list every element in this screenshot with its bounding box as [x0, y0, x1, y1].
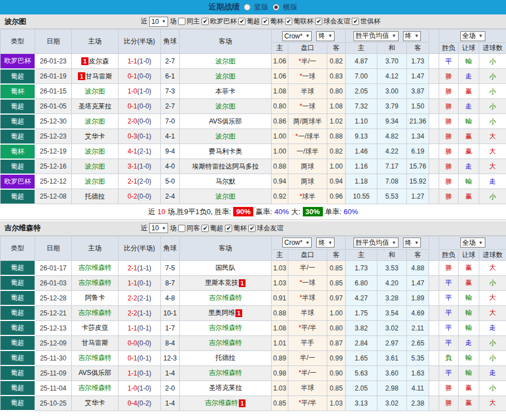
wdl-time-select[interactable]: 终▼ — [403, 238, 421, 248]
team-link[interactable]: 托德拉 — [215, 354, 235, 362]
checkbox-checked-icon[interactable]: ✔ — [202, 18, 209, 25]
league-filter[interactable]: ✔葡联杯 — [285, 17, 313, 26]
odds-source-select[interactable]: Crow*▼ — [282, 238, 312, 248]
checkbox-checked-icon[interactable]: ✔ — [315, 18, 322, 25]
match-count-select[interactable]: 10▼ — [149, 17, 168, 27]
porto-summary: 近10场,胜9平1负0, 胜率: 90% 赢率:40% 大: 30% 单率:60… — [0, 205, 506, 219]
odds-time-select[interactable]: 终▼ — [316, 238, 335, 248]
team-link[interactable]: 里斯本竞技 — [205, 279, 238, 286]
team-link[interactable]: 吉尔维森特 — [209, 294, 242, 302]
team-link[interactable]: 吉尔维森特 — [78, 384, 112, 392]
team-link[interactable]: 甘马雷斯 — [82, 339, 109, 347]
radio-vertical-label[interactable]: 竖版 — [254, 2, 269, 12]
gap-cell — [429, 159, 439, 174]
league-filter[interactable]: ✔葡杯 — [225, 224, 247, 233]
team-link[interactable]: AVS俱乐部 — [78, 369, 111, 377]
team-link[interactable]: 费马利卡奥 — [209, 147, 242, 155]
team-link[interactable]: 吉尔维森特 — [78, 354, 112, 362]
league-filter[interactable]: ✔葡超 — [202, 224, 223, 233]
gap-cell — [429, 54, 439, 69]
halftime-score: (0-1) — [137, 324, 151, 332]
team-link[interactable]: 托德拉 — [85, 192, 105, 200]
team-link[interactable]: AVS俱乐部 — [209, 117, 242, 125]
odds-time-select[interactable]: 终▼ — [316, 31, 335, 41]
team-link[interactable]: 吉尔维森特 — [205, 399, 238, 407]
league-filter[interactable]: ✔葡杯 — [262, 17, 283, 26]
odds-source-select[interactable]: Crow*▼ — [282, 31, 312, 41]
fulltime-score: 0-1 — [127, 102, 137, 110]
league-filter[interactable]: ✔葡超 — [238, 17, 260, 26]
team-link[interactable]: 圣塔克莱拉 — [209, 384, 242, 392]
radio-vertical[interactable] — [244, 4, 250, 11]
team-link[interactable]: 波尔图 — [85, 147, 105, 155]
mean-draw: 3.02 — [377, 396, 407, 411]
team-link[interactable]: 波尔图 — [215, 72, 235, 80]
team-link[interactable]: 波尔图 — [85, 117, 105, 125]
team-link[interactable]: 波尔图 — [215, 132, 235, 140]
league-badge: 葡杯 — [1, 84, 35, 99]
team-link[interactable]: 本菲卡 — [215, 87, 235, 95]
card-badge: 1 — [78, 72, 85, 80]
team-link[interactable]: 吉尔维森特 — [209, 339, 242, 347]
team-link[interactable]: 圣塔克莱拉 — [78, 102, 112, 110]
wdl-time-select[interactable]: 终▼ — [403, 31, 421, 41]
team-link[interactable]: 里奥阿维 — [208, 309, 235, 317]
full-game-select[interactable]: 全场▼ — [460, 238, 485, 248]
radio-horizontal-label[interactable]: 横版 — [283, 2, 298, 12]
table-row: 葡杯25-12-19波尔图4-1(2-1)9-4费马利卡奥1.00一/球半0.8… — [1, 144, 506, 159]
team-link[interactable]: 甘马雷斯 — [86, 72, 112, 80]
col-goals: 进球数 — [479, 43, 506, 54]
team-link[interactable]: 波尔图 — [85, 177, 105, 185]
same-venue-filter[interactable]: 同主 — [178, 17, 200, 26]
checkbox-checked-icon[interactable]: ✔ — [225, 225, 232, 232]
checkbox-checked-icon[interactable]: ✔ — [262, 18, 269, 25]
fulltime-score: 0-1 — [127, 354, 137, 362]
halftime-score: (1-0) — [137, 57, 151, 65]
match-score: 0-4(0-2) — [119, 396, 161, 411]
checkbox-icon[interactable] — [178, 18, 185, 25]
checkbox-checked-icon[interactable]: ✔ — [248, 225, 256, 232]
team-link[interactable]: 波尔图 — [85, 162, 105, 170]
team-link[interactable]: 吉尔维森特 — [209, 324, 242, 332]
league-filter[interactable]: ✔世俱杯 — [352, 17, 380, 26]
team-link[interactable]: 波尔图 — [215, 102, 235, 110]
team-link[interactable]: 艾华卡 — [85, 399, 105, 407]
team-link[interactable]: 艾华卡 — [85, 132, 105, 140]
checkbox-checked-icon[interactable]: ✔ — [352, 18, 359, 25]
same-venue-filter[interactable]: 同客 — [178, 224, 200, 233]
handicap-line: 半球 — [288, 305, 327, 320]
col-score: 比分(半场) — [119, 29, 161, 54]
mean-away: 3.87 — [407, 84, 429, 99]
team-link[interactable]: 吉尔维森特 — [78, 279, 112, 286]
team-link[interactable]: 阿鲁卡 — [85, 294, 105, 302]
wdl-mean-select[interactable]: 胜平负均值▼ — [353, 31, 399, 41]
team-link[interactable]: 国民队 — [215, 264, 235, 271]
team-link[interactable]: 波尔图 — [215, 57, 235, 65]
team-link[interactable]: 卡莎皮亚 — [82, 324, 109, 332]
table-header-selects-row: 类型 日期 主场 比分(半场) 角球 客场 Crow*▼ 终▼ 胜平负均值▼ 终… — [1, 29, 506, 43]
away-odds: 0.88 — [327, 129, 346, 144]
match-count-select[interactable]: 10▼ — [149, 223, 168, 233]
team-link[interactable]: 波尔图 — [215, 192, 235, 200]
team-link[interactable]: 马尔默 — [215, 177, 235, 185]
radio-horizontal[interactable] — [273, 4, 279, 11]
corner-count: 4-1 — [161, 129, 180, 144]
league-badge: 葡超 — [1, 69, 35, 84]
team-link[interactable]: 吉尔维森特 — [78, 264, 112, 271]
team-link[interactable]: 埃斯特雷拉达阿马多拉 — [192, 162, 259, 170]
team-link[interactable]: 波尔图 — [85, 87, 105, 95]
team-link[interactable]: 吉尔维森特 — [78, 309, 112, 317]
checkbox-icon[interactable] — [178, 225, 185, 232]
checkbox-checked-icon[interactable]: ✔ — [202, 225, 209, 232]
league-filter[interactable]: ✔球会友谊 — [248, 224, 283, 233]
league-badge: 葡超 — [1, 189, 35, 204]
checkbox-checked-icon[interactable]: ✔ — [238, 18, 245, 25]
league-filter[interactable]: ✔欧罗巴杯 — [202, 17, 237, 26]
league-filter[interactable]: ✔球会友谊 — [315, 17, 350, 26]
full-game-select[interactable]: 全场▼ — [460, 31, 485, 41]
chevron-down-icon: ▼ — [392, 240, 396, 245]
wdl-mean-select[interactable]: 胜平负均值▼ — [353, 238, 399, 248]
team-link[interactable]: 吉尔维森特 — [209, 369, 242, 377]
checkbox-checked-icon[interactable]: ✔ — [285, 18, 292, 25]
team-link[interactable]: 皮尔森 — [89, 57, 109, 65]
